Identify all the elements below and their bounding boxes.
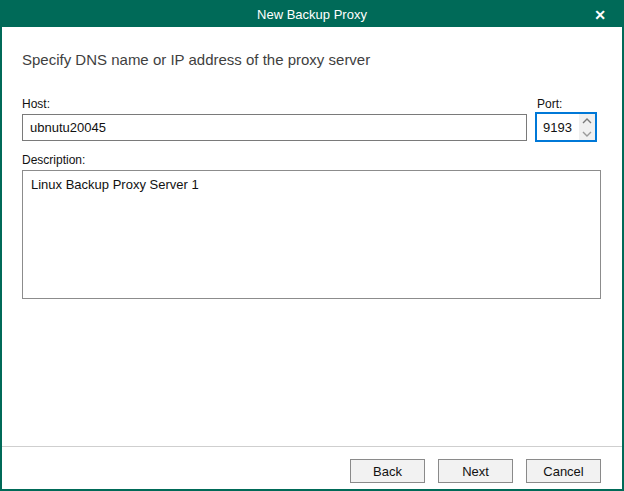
back-button[interactable]: Back bbox=[350, 459, 425, 483]
chevron-down-icon bbox=[582, 131, 592, 137]
cancel-button[interactable]: Cancel bbox=[526, 459, 601, 483]
host-label: Host: bbox=[22, 97, 50, 111]
close-icon: ✕ bbox=[594, 7, 606, 23]
host-input[interactable] bbox=[22, 114, 527, 141]
new-backup-proxy-dialog: New Backup Proxy ✕ Specify DNS name or I… bbox=[0, 0, 624, 491]
window-title: New Backup Proxy bbox=[257, 7, 367, 22]
description-label: Description: bbox=[22, 153, 85, 167]
port-spinbox bbox=[535, 112, 597, 142]
titlebar: New Backup Proxy bbox=[2, 2, 622, 27]
description-textarea[interactable]: Linux Backup Proxy Server 1 bbox=[22, 170, 601, 299]
port-spinner-up-button[interactable] bbox=[579, 114, 595, 127]
port-input[interactable] bbox=[537, 114, 579, 140]
chevron-up-icon bbox=[582, 118, 592, 124]
next-button[interactable]: Next bbox=[438, 459, 513, 483]
page-title: Specify DNS name or IP address of the pr… bbox=[22, 51, 370, 68]
port-spinner bbox=[579, 114, 595, 140]
port-label: Port: bbox=[537, 97, 562, 111]
port-spinner-down-button[interactable] bbox=[579, 127, 595, 140]
close-button[interactable]: ✕ bbox=[586, 2, 614, 27]
footer: Back Next Cancel bbox=[2, 446, 622, 489]
